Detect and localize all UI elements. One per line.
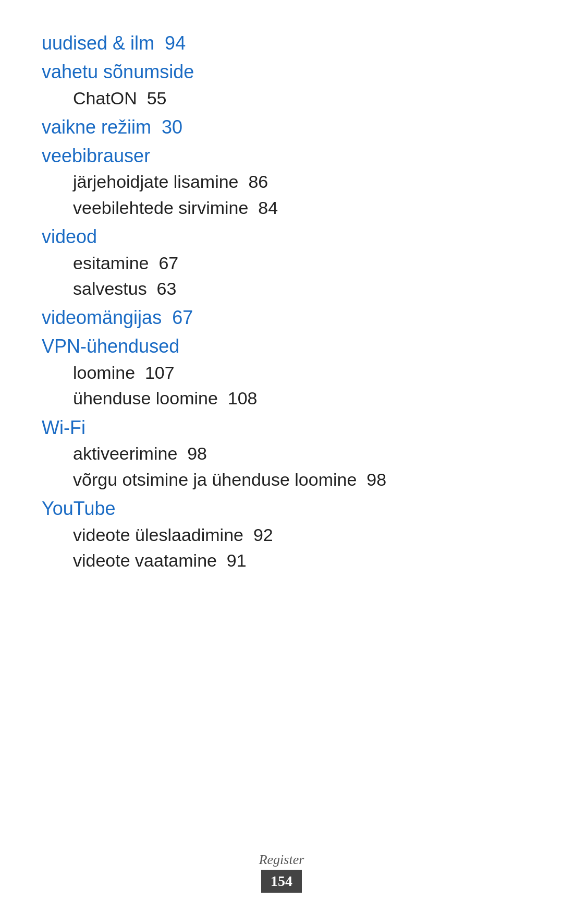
index-section-videod: videodesitamine 67salvestus 63	[42, 225, 521, 302]
index-section-vpn: VPN-ühendusedloomine 107ühenduse loomine…	[42, 334, 521, 411]
footer-label: Register	[259, 852, 304, 868]
sub-item: esitamine 67	[42, 250, 521, 276]
index-section-youtube: YouTubevideote üleslaadimine 92videote v…	[42, 497, 521, 573]
index-section-vaikne: vaikne režiim 30	[42, 115, 521, 140]
footer-page: 154	[261, 870, 302, 893]
sub-item: võrgu otsimine ja ühenduse loomine 98	[42, 467, 521, 493]
section-header-vaikne: vaikne režiim 30	[42, 115, 521, 140]
sub-item: veebilehtede sirvimine 84	[42, 195, 521, 221]
index-section-uudised: uudised & ilm 94	[42, 31, 521, 56]
index-content: uudised & ilm 94vahetu sõnumsideChatON 5…	[42, 31, 521, 573]
index-section-wifi: Wi-Fiaktiveerimine 98võrgu otsimine ja ü…	[42, 416, 521, 493]
sub-item: ChatON 55	[42, 86, 521, 111]
section-header-vpn: VPN-ühendused	[42, 334, 521, 359]
sub-item: aktiveerimine 98	[42, 441, 521, 466]
section-header-vahetu: vahetu sõnumside	[42, 60, 521, 85]
sub-item: salvestus 63	[42, 276, 521, 302]
sub-item: videote üleslaadimine 92	[42, 522, 521, 548]
sub-item: järjehoidjate lisamine 86	[42, 169, 521, 195]
section-header-uudised: uudised & ilm 94	[42, 31, 521, 56]
index-section-veebibrauser: veebibrauserjärjehoidjate lisamine 86vee…	[42, 144, 521, 221]
section-header-veebibrauser: veebibrauser	[42, 144, 521, 169]
section-header-youtube: YouTube	[42, 497, 521, 521]
index-section-videomangijas: videomängijas 67	[42, 306, 521, 330]
sub-item: ühenduse loomine 108	[42, 386, 521, 411]
section-header-videomangijas: videomängijas 67	[42, 306, 521, 330]
sub-item: videote vaatamine 91	[42, 548, 521, 573]
section-header-wifi: Wi-Fi	[42, 416, 521, 440]
footer: Register 154	[0, 852, 563, 893]
index-section-vahetu: vahetu sõnumsideChatON 55	[42, 60, 521, 111]
section-header-videod: videod	[42, 225, 521, 249]
sub-item: loomine 107	[42, 360, 521, 386]
